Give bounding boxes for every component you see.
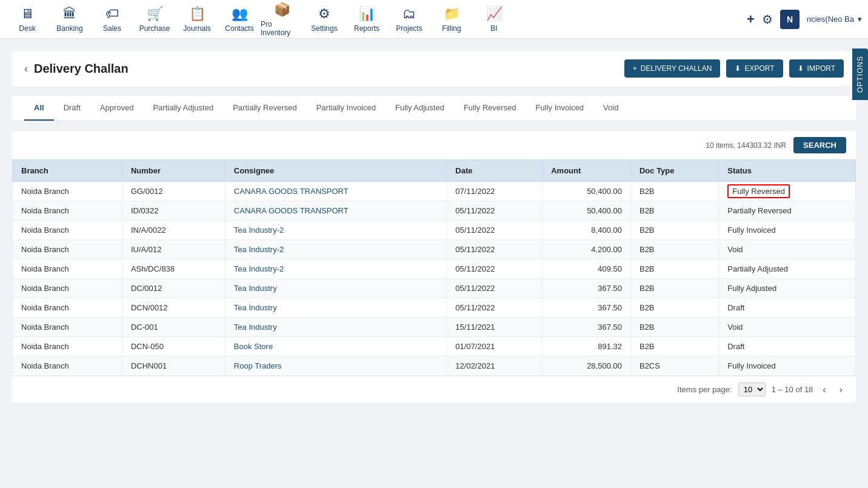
back-button[interactable]: ‹ (24, 62, 28, 75)
tab-void[interactable]: Void (593, 96, 628, 121)
import-button[interactable]: ⬇ IMPORT (789, 59, 844, 78)
nav-item-settings[interactable]: ⚙Settings (303, 0, 346, 39)
number-cell: DCHN001 (122, 356, 225, 376)
prev-page-button[interactable]: ‹ (819, 383, 829, 396)
date-cell: 15/11/2021 (447, 318, 542, 337)
projects-icon: 🗂 (402, 6, 416, 22)
nav-item-projects[interactable]: 🗂Projects (388, 0, 430, 39)
tab-all[interactable]: All (24, 96, 54, 121)
table-head: BranchNumberConsigneeDateAmountDoc TypeS… (13, 160, 856, 182)
date-cell: 07/11/2022 (447, 182, 542, 201)
items-per-page-select[interactable]: 10 25 50 (738, 383, 766, 396)
tab-partially-invoiced[interactable]: Partially Invoiced (307, 96, 386, 121)
tabs-container: AllDraftApprovedPartially AdjustedPartia… (12, 96, 856, 121)
consignee-cell[interactable]: Roop Traders (225, 356, 447, 376)
delivery-challan-button[interactable]: + DELIVERY CHALLAN (624, 59, 721, 78)
user-area[interactable]: ncies(Neo Ba ▾ (807, 15, 862, 24)
data-table: BranchNumberConsigneeDateAmountDoc TypeS… (12, 159, 856, 376)
number-cell: DCN/0012 (122, 298, 225, 318)
status-cell: Draft (719, 337, 856, 356)
nav-item-sales[interactable]: 🏷Sales (91, 0, 133, 39)
status-cell: Void (719, 318, 856, 337)
main-content: ‹ Delivery Challan + DELIVERY CHALLAN ⬇ … (0, 39, 868, 415)
number-cell: ID/0322 (122, 201, 225, 221)
doc-type-cell: B2CS (630, 356, 718, 376)
branch-cell: Noida Branch (13, 318, 122, 337)
doc-type-cell: B2B (630, 201, 718, 221)
settings-gear-icon[interactable]: ⚙ (762, 12, 773, 27)
status-cell: Fully Adjusted (719, 279, 856, 298)
tab-approved[interactable]: Approved (90, 96, 144, 121)
nav-item-contacts[interactable]: 👥Contacts (218, 0, 261, 39)
add-button[interactable]: + (747, 12, 755, 27)
amount-cell: 4,200.00 (542, 240, 631, 259)
nav-item-desk[interactable]: 🖥Desk (6, 0, 48, 39)
nav-item-journals[interactable]: 📋Journals (176, 0, 218, 39)
page-header: ‹ Delivery Challan + DELIVERY CHALLAN ⬇ … (12, 51, 856, 86)
number-cell: DC/0012 (122, 279, 225, 298)
options-sidebar[interactable]: OPTIONS (852, 48, 868, 100)
branch-cell: Noida Branch (13, 182, 122, 201)
consignee-cell[interactable]: Book Store (225, 337, 447, 356)
branch-cell: Noida Branch (13, 337, 122, 356)
export-button[interactable]: ⬇ EXPORT (726, 59, 783, 78)
nav-item-pro-inventory[interactable]: 📦Pro Inventory (261, 0, 303, 39)
consignee-cell[interactable]: Tea Industry-2 (225, 221, 447, 240)
amount-cell: 367.50 (542, 279, 631, 298)
date-cell: 05/11/2022 (447, 279, 542, 298)
number-cell: ASh/DC/838 (122, 259, 225, 279)
consignee-cell[interactable]: Tea Industry-2 (225, 240, 447, 259)
nav-items: 🖥Desk🏛Banking🏷Sales🛒Purchase📋Journals👥Co… (6, 0, 747, 39)
bi-icon: 📈 (486, 6, 502, 22)
amount-cell: 409.50 (542, 259, 631, 279)
purchase-icon: 🛒 (147, 6, 163, 22)
nav-item-reports[interactable]: 📊Reports (346, 0, 388, 39)
tab-draft[interactable]: Draft (54, 96, 90, 121)
settings-icon: ⚙ (318, 6, 330, 22)
consignee-cell[interactable]: CANARA GOODS TRANSPORT (225, 182, 447, 201)
table-meta-text: 10 items, 144303.32 INR (706, 141, 786, 150)
search-button[interactable]: SEARCH (793, 137, 846, 153)
branch-cell: Noida Branch (13, 201, 122, 221)
number-cell: DCN-050 (122, 337, 225, 356)
consignee-cell[interactable]: Tea Industry-2 (225, 259, 447, 279)
tab-fully-invoiced[interactable]: Fully Invoiced (526, 96, 593, 121)
status-cell: Partially Reversed (719, 201, 856, 221)
amount-cell: 891.32 (542, 337, 631, 356)
tab-fully-reversed[interactable]: Fully Reversed (454, 96, 526, 121)
next-page-button[interactable]: › (836, 383, 846, 396)
consignee-cell[interactable]: Tea Industry (225, 318, 447, 337)
col-branch: Branch (13, 160, 122, 182)
nav-item-banking[interactable]: 🏛Banking (48, 0, 91, 39)
contacts-icon: 👥 (232, 6, 248, 22)
doc-type-cell: B2B (630, 240, 718, 259)
amount-cell: 367.50 (542, 298, 631, 318)
nav-item-filling[interactable]: 📁Filling (430, 0, 473, 39)
table-body: Noida BranchGG/0012CANARA GOODS TRANSPOR… (13, 182, 856, 376)
consignee-cell[interactable]: CANARA GOODS TRANSPORT (225, 201, 447, 221)
table-row: Noida BranchDCN/0012Tea Industry05/11/20… (13, 298, 856, 318)
journals-icon: 📋 (189, 6, 205, 22)
tab-partially-adjusted[interactable]: Partially Adjusted (143, 96, 223, 121)
tab-fully-adjusted[interactable]: Fully Adjusted (386, 96, 454, 121)
nav-item-bi[interactable]: 📈BI (473, 0, 515, 39)
col-date: Date (447, 160, 542, 182)
consignee-cell[interactable]: Tea Industry (225, 298, 447, 318)
top-navigation: 🖥Desk🏛Banking🏷Sales🛒Purchase📋Journals👥Co… (0, 0, 868, 39)
doc-type-cell: B2B (630, 221, 718, 240)
consignee-cell[interactable]: Tea Industry (225, 279, 447, 298)
number-cell: GG/0012 (122, 182, 225, 201)
branch-cell: Noida Branch (13, 240, 122, 259)
status-highlighted-badge: Fully Reversed (727, 184, 790, 198)
sales-icon: 🏷 (105, 6, 119, 22)
table-row: Noida BranchID/0322CANARA GOODS TRANSPOR… (13, 201, 856, 221)
col-consignee: Consignee (225, 160, 447, 182)
doc-type-cell: B2B (630, 337, 718, 356)
tab-partially-reversed[interactable]: Partially Reversed (223, 96, 307, 121)
table-row: Noida BranchIN/A/0022Tea Industry-205/11… (13, 221, 856, 240)
table-meta: 10 items, 144303.32 INR SEARCH (12, 131, 856, 159)
reports-icon: 📊 (359, 6, 375, 22)
nav-item-purchase[interactable]: 🛒Purchase (133, 0, 176, 39)
doc-type-cell: B2B (630, 182, 718, 201)
amount-cell: 50,400.00 (542, 201, 631, 221)
